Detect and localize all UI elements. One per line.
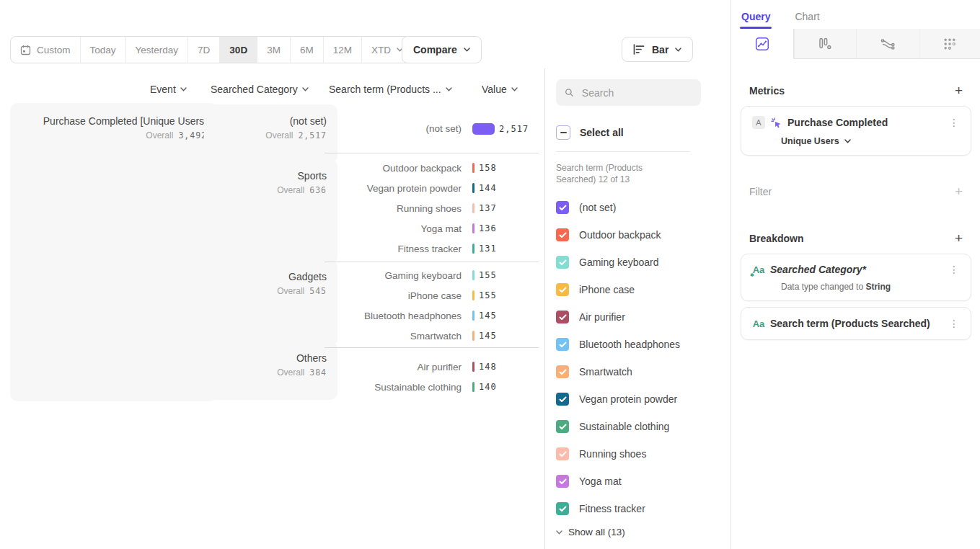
date-range-7d[interactable]: 7D [187, 37, 219, 63]
date-range-custom[interactable]: Custom [11, 37, 80, 63]
value-label: 144 [479, 183, 497, 193]
date-range-label: Custom [37, 45, 71, 55]
legend-item-yoga-mat[interactable]: Yoga mat [556, 468, 742, 495]
event-cell[interactable]: Purchase Completed [Unique Users] Overal… [10, 103, 218, 401]
chevron-down-icon [844, 139, 851, 143]
value-label: 136 [479, 223, 497, 233]
add-filter-button[interactable]: + [955, 184, 963, 198]
report-tab-funnels[interactable] [794, 29, 857, 59]
date-range-yesterday[interactable]: Yesterday [125, 37, 188, 63]
checkbox-vegan-protein-powder[interactable] [556, 393, 569, 406]
date-range-label: 12M [333, 45, 352, 55]
date-range-label: XTD [371, 45, 391, 55]
date-range-12m[interactable]: 12M [323, 37, 361, 63]
term-label: Running shoes [325, 203, 462, 214]
value-label: 131 [479, 244, 497, 254]
horizontal-bar-chart-icon [633, 44, 645, 55]
search-icon [565, 87, 574, 98]
column-header-search-term[interactable]: Search term (Products ... [329, 84, 452, 95]
legend-item-bluetooth-headphones[interactable]: Bluetooth headphones [556, 331, 742, 358]
legend-item-smartwatch[interactable]: Smartwatch [556, 358, 742, 385]
term-label: Smartwatch [325, 331, 462, 342]
report-tab-retention[interactable] [919, 29, 980, 59]
check-icon [559, 259, 567, 266]
legend-item-fitness-tracker[interactable]: Fitness tracker [556, 495, 742, 522]
category-overall: Overall636 [213, 185, 327, 195]
date-range-3m[interactable]: 3M [257, 37, 290, 63]
breakdown-menu-button[interactable]: ⋮ [947, 318, 961, 329]
metric-menu-button[interactable]: ⋮ [947, 117, 961, 128]
date-range-6m[interactable]: 6M [290, 37, 323, 63]
legend-item-outdoor-backpack[interactable]: Outdoor backpack [556, 221, 742, 249]
checkbox-running-shoes[interactable] [556, 447, 569, 460]
query-builder: Metrics + A Purchase Completed ⋮ Unique … [731, 84, 980, 340]
checkbox-smartwatch[interactable] [556, 365, 569, 378]
value-bar[interactable] [472, 183, 474, 193]
tab-query[interactable]: Query [741, 11, 770, 29]
add-metric-button[interactable]: + [955, 84, 963, 97]
value-bar[interactable] [472, 382, 474, 392]
legend-item-label: Air purifier [579, 311, 625, 323]
term-label: Bluetooth headphones [325, 311, 462, 321]
counting-method-selector[interactable]: Unique Users [781, 136, 961, 146]
value-bar[interactable] [472, 203, 474, 213]
term-row: Running shoes137 [325, 198, 539, 218]
breakdown-property-name: Search term (Products Searched) [770, 318, 942, 329]
legend-item-label: Yoga mat [579, 476, 622, 487]
breakdown-menu-button[interactable]: ⋮ [947, 264, 961, 275]
term-row: Vegan protein powder144 [325, 178, 539, 198]
checkbox-not-set[interactable] [556, 201, 569, 214]
value-bar[interactable] [472, 362, 474, 372]
value-bar[interactable] [472, 311, 474, 321]
value-bar[interactable] [472, 123, 495, 135]
report-tab-flows[interactable] [856, 29, 919, 59]
legend-item-sustainable-clothing[interactable]: Sustainable clothing [556, 413, 742, 440]
report-tab-insights[interactable] [731, 29, 794, 59]
checkbox-gaming-keyboard[interactable] [556, 256, 569, 269]
checkbox-iphone-case[interactable] [556, 283, 569, 296]
breakdown-card[interactable]: Aa✱ Searched Category* ⋮ Data type chang… [741, 254, 971, 301]
column-header-value[interactable]: Value [482, 84, 518, 95]
category-cell-others[interactable]: OthersOverall384 [204, 342, 337, 400]
column-header-searched-category[interactable]: Searched Category [211, 84, 309, 95]
legend-item-iphone-case[interactable]: iPhone case [556, 276, 742, 303]
check-icon [559, 424, 567, 430]
add-breakdown-button[interactable]: + [955, 231, 963, 245]
tab-chart[interactable]: Chart [795, 11, 819, 29]
show-all-button[interactable]: Show all (13) [556, 527, 742, 537]
checkbox-fitness-tracker[interactable] [556, 502, 569, 515]
divider [556, 151, 690, 152]
category-cell-gadgets[interactable]: GadgetsOverall545 [204, 260, 337, 346]
metric-card[interactable]: A Purchase Completed ⋮ Unique Users [741, 106, 971, 156]
checkbox-yoga-mat[interactable] [556, 475, 569, 488]
value-bar[interactable] [472, 244, 474, 254]
legend-search-box[interactable] [556, 79, 701, 106]
select-all-row[interactable]: Select all [556, 125, 742, 140]
compare-button[interactable]: Compare [402, 36, 482, 63]
checkbox-sustainable-clothing[interactable] [556, 420, 569, 433]
value-bar[interactable] [472, 290, 474, 300]
legend-item-label: Smartwatch [579, 366, 632, 378]
chart-type-button[interactable]: Bar [622, 37, 693, 62]
legend-item-vegan-protein-powder[interactable]: Vegan protein powder [556, 385, 742, 413]
checkbox-air-purifier[interactable] [556, 311, 569, 323]
category-cell-not-set[interactable]: (not set)Overall2,517 [204, 104, 337, 163]
date-range-today[interactable]: Today [80, 37, 125, 63]
legend-item-not-set[interactable]: (not set) [556, 194, 742, 221]
value-bar[interactable] [472, 163, 474, 173]
category-cell-sports[interactable]: SportsOverall636 [204, 159, 337, 264]
date-range-30d[interactable]: 30D [219, 37, 257, 63]
legend-item-running-shoes[interactable]: Running shoes [556, 440, 742, 468]
legend-item-gaming-keyboard[interactable]: Gaming keyboard [556, 249, 742, 276]
value-bar[interactable] [472, 270, 474, 280]
checkbox-bluetooth-headphones[interactable] [556, 338, 569, 351]
value-bar[interactable] [472, 223, 474, 233]
legend-item-air-purifier[interactable]: Air purifier [556, 303, 742, 331]
search-input[interactable] [581, 86, 692, 99]
value-bar[interactable] [472, 331, 474, 341]
check-icon [559, 287, 567, 293]
column-header-event[interactable]: Event [150, 84, 187, 95]
checkbox-outdoor-backpack[interactable] [556, 228, 569, 241]
select-all-checkbox[interactable] [556, 125, 570, 140]
breakdown-card[interactable]: Aa Search term (Products Searched) ⋮ [741, 307, 971, 340]
